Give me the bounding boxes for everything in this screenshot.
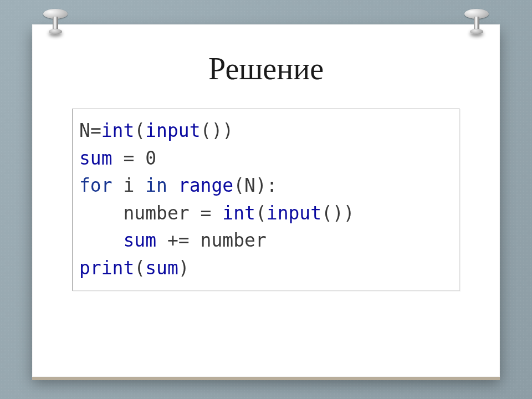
code-token: i xyxy=(112,175,146,196)
code-content: N=int(input()) sum = 0 for i in range(N)… xyxy=(79,117,451,282)
code-token: sum xyxy=(79,147,112,169)
code-token: int xyxy=(222,202,255,224)
slide-title: Решение xyxy=(49,51,483,86)
code-token: for xyxy=(79,175,112,196)
code-token: sum xyxy=(145,257,178,279)
code-token: number = xyxy=(79,202,222,224)
code-token: ( xyxy=(255,202,267,224)
code-token xyxy=(79,229,123,251)
code-token: (N): xyxy=(233,175,277,196)
code-token: sum xyxy=(123,229,156,251)
code-token: in xyxy=(145,175,167,196)
code-token: N xyxy=(79,120,90,141)
code-token: range xyxy=(178,175,233,196)
code-token: 0 xyxy=(145,147,156,169)
code-token: += number xyxy=(156,229,267,251)
code-token: ) xyxy=(178,257,190,279)
code-token: ( xyxy=(134,120,145,141)
code-box: N=int(input()) sum = 0 for i in range(N)… xyxy=(72,109,460,291)
code-token: ( xyxy=(134,257,145,279)
code-token: input xyxy=(145,120,200,141)
code-token xyxy=(167,175,178,196)
pushpin-icon xyxy=(42,9,69,37)
slide-card: Решение N=int(input()) sum = 0 for i in … xyxy=(32,24,500,377)
code-token: int xyxy=(101,120,135,141)
code-token: = xyxy=(90,120,101,141)
code-token: ()) xyxy=(201,120,234,141)
code-token: ()) xyxy=(321,202,355,224)
code-token: = xyxy=(112,147,146,169)
code-token: print xyxy=(79,257,134,279)
pushpin-icon xyxy=(463,9,490,37)
code-token: input xyxy=(267,202,321,224)
